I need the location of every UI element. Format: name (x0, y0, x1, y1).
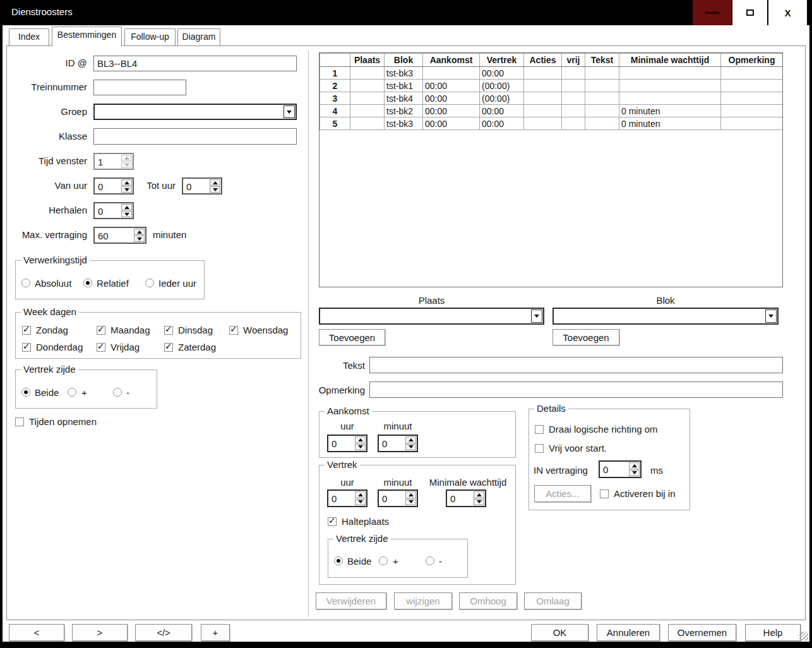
checkbox-maandag-label: Maandag (110, 325, 150, 336)
checkbox-tijden-opnemen[interactable] (15, 417, 24, 426)
checkbox-dinsdag[interactable]: ✓ (164, 326, 173, 335)
tot-uur-label: Tot uur (138, 180, 176, 191)
tot-uur-spinner[interactable]: 0 (182, 177, 222, 195)
tab-diagram[interactable]: Diagram (177, 28, 220, 45)
spinner-up-button[interactable] (121, 179, 132, 186)
radio-absoluut[interactable] (21, 279, 30, 287)
plaats-toevoegen-button[interactable]: Toevoegen (319, 329, 385, 345)
spinner-down-button[interactable] (355, 499, 366, 506)
radio-plus[interactable] (68, 388, 76, 397)
spinner-up-button[interactable] (355, 436, 366, 443)
plaats-dropdown-button[interactable] (531, 309, 542, 323)
groep-combobox[interactable] (93, 104, 297, 120)
tab-bestemmingen[interactable]: Bestemmingen (52, 27, 122, 46)
treinnummer-input[interactable] (93, 80, 186, 95)
spinner-down-button[interactable] (405, 499, 416, 506)
checkbox-halteplaats[interactable]: ✓ (328, 517, 337, 526)
spinner-down-button[interactable] (210, 186, 220, 193)
table-row[interactable]: 2 tst-bk1 00:00 (00:00) (320, 80, 783, 92)
blok-dropdown-button[interactable] (765, 309, 777, 323)
spinner-up-button[interactable] (629, 462, 640, 469)
spinner-up-button[interactable] (121, 155, 132, 161)
radio-minus[interactable] (113, 388, 122, 397)
wijzigen-button[interactable]: wijzigen (394, 592, 452, 609)
tab-follow-up[interactable]: Follow-up (124, 28, 176, 45)
spinner-up-button[interactable] (134, 229, 145, 235)
aankomst-minuut-spinner[interactable]: 0 (378, 435, 418, 452)
spinner-down-button[interactable] (355, 444, 366, 451)
tekst-input[interactable] (369, 357, 783, 373)
spinner-up-button[interactable] (405, 491, 416, 498)
maximize-button[interactable] (732, 0, 767, 25)
tab-index[interactable]: Index (9, 28, 49, 45)
vertrek-minimale-wachttijd-spinner[interactable]: 0 (446, 489, 486, 507)
checkbox-draai-logische-richting[interactable] (535, 425, 544, 434)
cell-blok: tst-bk3 (385, 67, 423, 80)
table-row[interactable]: 4 tst-bk2 00:00 00:00 0 minuten (320, 105, 783, 117)
spinner-down-button[interactable] (121, 211, 132, 217)
spinner-up-button[interactable] (121, 204, 132, 210)
spinner-down-button[interactable] (629, 470, 640, 477)
radio-vertrek-beide[interactable] (334, 556, 343, 565)
spinner-down-button[interactable] (121, 162, 132, 168)
blok-combobox[interactable] (552, 308, 779, 325)
spinner-down-button[interactable] (474, 499, 484, 506)
groep-dropdown-button[interactable] (284, 105, 295, 118)
code-button[interactable]: </> (135, 624, 192, 641)
table-row[interactable]: 3 tst-bk4 00:00 (00:00) (320, 92, 783, 105)
verwijderen-button[interactable]: Verwijderen (316, 592, 386, 609)
spinner-down-button[interactable] (134, 236, 145, 242)
klasse-input[interactable] (93, 128, 297, 145)
ok-button[interactable]: OK (531, 624, 588, 641)
close-button[interactable]: X (768, 0, 807, 25)
checkmark-icon: ✓ (23, 341, 30, 351)
spinner-up-button[interactable] (210, 179, 220, 186)
prev-button[interactable]: < (9, 624, 64, 641)
max-vertraging-spinner[interactable]: 60 (93, 227, 146, 244)
minimize-button[interactable] (693, 0, 731, 25)
checkbox-zondag[interactable]: ✓ (22, 326, 31, 335)
opmerking-input[interactable] (369, 381, 783, 398)
herhalen-spinner[interactable]: 0 (93, 202, 134, 219)
annuleren-button[interactable]: Annuleren (597, 624, 660, 641)
next-button[interactable]: > (72, 624, 128, 641)
vertrek-minuut-spinner[interactable]: 0 (378, 489, 418, 507)
tijd-venster-value: 1 (98, 156, 103, 167)
radio-vertrek-minus[interactable] (426, 556, 434, 565)
checkbox-vrij-voor-start[interactable] (535, 444, 544, 453)
aankomst-uur-spinner[interactable]: 0 (327, 435, 367, 452)
add-button[interactable]: + (201, 624, 230, 641)
help-button[interactable]: Help (745, 624, 801, 641)
spinner-up-button[interactable] (405, 436, 416, 443)
checkbox-maandag[interactable]: ✓ (97, 326, 105, 335)
checkbox-woensdag[interactable]: ✓ (229, 326, 238, 335)
van-uur-spinner[interactable]: 0 (93, 177, 134, 195)
blok-toevoegen-button[interactable]: Toevoegen (552, 329, 619, 345)
spinner-up-button[interactable] (474, 491, 484, 498)
overnemen-button[interactable]: Overnemen (668, 624, 736, 641)
checkbox-vrijdag[interactable]: ✓ (97, 343, 105, 352)
omhoog-button[interactable]: Omhoog (459, 592, 517, 609)
plaats-combobox[interactable] (319, 308, 544, 325)
radio-vertrek-plus[interactable] (379, 556, 388, 565)
checkbox-zaterdag[interactable]: ✓ (164, 343, 173, 352)
radio-beide[interactable] (21, 388, 30, 397)
acties-button[interactable]: Acties... (534, 485, 591, 502)
id-input[interactable] (93, 56, 297, 71)
resize-grip-icon[interactable] (799, 632, 808, 640)
radio-relatief[interactable] (83, 279, 92, 287)
radio-ieder-uur[interactable] (145, 279, 154, 287)
table-row[interactable]: 1 tst-bk3 00:00 (320, 67, 783, 80)
omlaag-button[interactable]: Omlaag (524, 592, 582, 609)
vertrek-uur-spinner[interactable]: 0 (327, 489, 367, 507)
in-vertraging-spinner[interactable]: 0 (599, 460, 642, 478)
spinner-up-button[interactable] (355, 491, 366, 498)
spinner-down-button[interactable] (405, 444, 416, 451)
aankomst-uur-value: 0 (331, 438, 337, 449)
blok-label: Blok (552, 295, 779, 306)
checkbox-donderdag[interactable]: ✓ (22, 343, 31, 352)
spinner-down-button[interactable] (121, 186, 132, 193)
tijd-venster-spinner[interactable]: 1 (93, 153, 134, 170)
checkbox-activeren-bij-in[interactable] (600, 489, 609, 498)
table-row[interactable]: 5 tst-bk3 00:00 00:00 0 minuten (320, 117, 783, 130)
